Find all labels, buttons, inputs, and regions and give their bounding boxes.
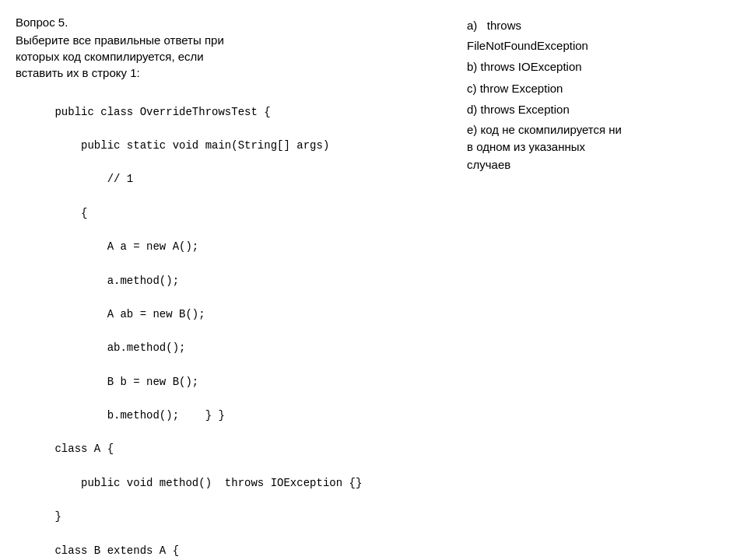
- answer-c-text: throw Exception: [480, 82, 563, 95]
- code-line1: public class OverrideThrowsTest {: [54, 106, 270, 118]
- code-line4: {: [54, 207, 87, 219]
- answer-e-text2: в одном из указанных: [467, 140, 585, 153]
- code-line9: B b = new B();: [54, 376, 198, 388]
- question-description: Выберите все правильные ответы при котор…: [16, 32, 436, 81]
- desc-line3: вставить их в строку 1:: [16, 66, 140, 79]
- answer-a-text2: FileNotFoundException: [467, 39, 588, 52]
- answer-b-label: b): [467, 60, 477, 73]
- desc-line2: которых код скомпилируется, если: [16, 50, 204, 63]
- code-line11: class A {: [54, 443, 114, 455]
- answer-b: b) throws IOException: [467, 57, 731, 77]
- answer-list: a) throws FileNotFoundException b) throw…: [467, 16, 731, 173]
- code-line6: a.method();: [54, 275, 179, 287]
- code-line10: b.method(); } }: [54, 409, 224, 422]
- question-title: Вопрос 5.: [16, 16, 436, 29]
- code-line12: public void method() throws IOException …: [54, 477, 362, 489]
- answer-e-text3: случаев: [467, 158, 510, 171]
- left-panel: Вопрос 5. Выберите все правильные ответы…: [16, 16, 451, 544]
- code-line13: }: [54, 510, 61, 523]
- code-line14: class B extends A {: [54, 544, 179, 557]
- answer-c-label: c): [467, 82, 477, 95]
- answer-d-label: d): [467, 103, 477, 116]
- code-block: public class OverrideThrowsTest { public…: [16, 87, 436, 560]
- code-line3: // 1: [54, 173, 133, 185]
- right-panel: a) throws FileNotFoundException b) throw…: [451, 16, 731, 544]
- code-line8: ab.method();: [54, 341, 185, 354]
- answer-b-text: throws IOException: [481, 60, 582, 73]
- code-line7: A ab = new B();: [54, 308, 205, 320]
- answer-e-label: e): [467, 123, 477, 136]
- answer-d-text: throws Exception: [481, 103, 570, 116]
- answer-d: d) throws Exception: [467, 100, 731, 120]
- desc-line1: Выберите все правильные ответы при: [16, 33, 224, 47]
- answer-a-text1: throws: [487, 19, 521, 32]
- answer-e: e) код не скомпилируется ни в одном из у…: [467, 121, 731, 174]
- answer-c: c) throw Exception: [467, 79, 731, 99]
- code-line5: A a = new A();: [54, 240, 198, 253]
- code-line2: public static void main(String[] args): [54, 139, 329, 152]
- answer-a: a) throws FileNotFoundException: [467, 16, 731, 55]
- page-container: Вопрос 5. Выберите все правильные ответы…: [0, 0, 747, 560]
- answer-a-label: a): [467, 19, 477, 32]
- answer-e-text: код не скомпилируется ни: [481, 123, 622, 136]
